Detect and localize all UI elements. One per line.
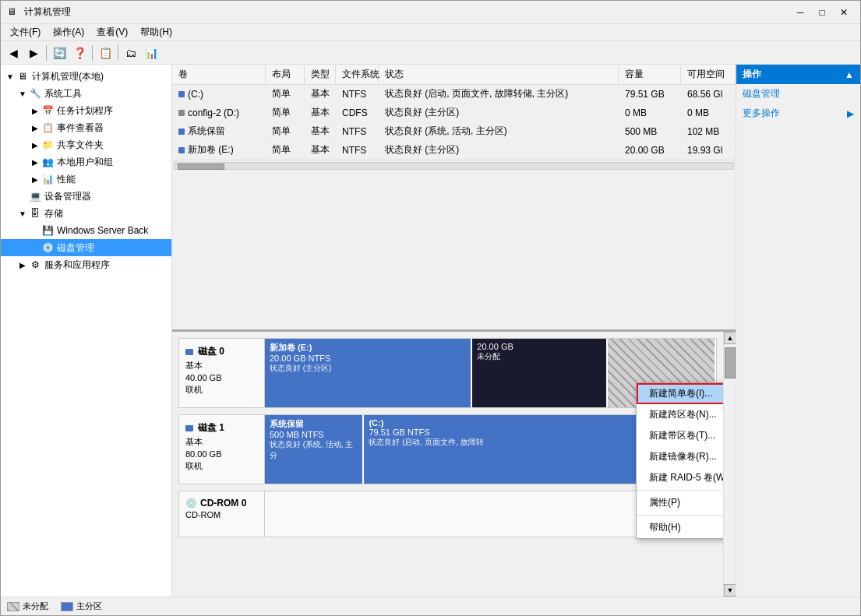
menu-help[interactable]: 帮助(H): [134, 24, 178, 40]
expand-local-users[interactable]: ▶: [29, 156, 41, 168]
legend-label-primary: 主分区: [76, 600, 102, 612]
sidebar-item-disk-management[interactable]: 💿 磁盘管理: [1, 239, 171, 256]
toolbar-refresh[interactable]: 🔄: [50, 44, 69, 62]
col-header-layout[interactable]: 布局: [266, 65, 305, 84]
sidebar-item-task-scheduler[interactable]: ▶ 📅 任务计划程序: [1, 102, 171, 119]
expand-services-apps[interactable]: ▶: [16, 259, 29, 271]
context-menu-item-new-simple[interactable]: 新建简单卷(I)...: [637, 383, 723, 404]
wsb-icon: 💾: [41, 224, 54, 237]
storage-icon: 🗄: [29, 207, 41, 220]
cell-avail-3: 102 MB: [681, 122, 736, 140]
table-row[interactable]: 新加卷 (E:) 简单 基本 NTFS 状态良好 (主分区) 20.00 GB …: [172, 141, 736, 160]
context-menu-sep-1: [637, 490, 723, 491]
cell-fs-1: NTFS: [336, 85, 379, 103]
sidebar-item-services-apps[interactable]: ▶ ⚙ 服务和应用程序: [1, 256, 171, 273]
sidebar-item-performance[interactable]: ▶ 📊 性能: [1, 171, 171, 188]
cell-vol-3: 系统保留: [172, 122, 266, 140]
expand-storage[interactable]: ▼: [16, 207, 29, 220]
legend-box-primary: [61, 602, 73, 611]
menu-file[interactable]: 文件(F): [4, 24, 47, 40]
expand-performance[interactable]: ▶: [29, 173, 41, 185]
shared-folders-icon: 📁: [41, 139, 54, 151]
scroll-track: [724, 344, 736, 584]
col-header-fs[interactable]: 文件系统: [336, 65, 379, 84]
disk-1-label: 磁盘 1 基本 80.00 GB 联机: [179, 415, 265, 484]
sidebar-item-local-users[interactable]: ▶ 👥 本地用户和组: [1, 153, 171, 171]
context-menu-item-properties[interactable]: 属性(P): [637, 492, 723, 513]
menu-view[interactable]: 查看(V): [90, 24, 134, 40]
scroll-down-button[interactable]: ▼: [724, 584, 736, 597]
actions-collapse-icon[interactable]: ▲: [845, 69, 854, 80]
expand-computer-management[interactable]: ▼: [4, 70, 16, 83]
cell-layout-1: 简单: [266, 85, 305, 103]
col-header-type[interactable]: 类型: [305, 65, 336, 84]
sidebar-label-performance: 性能: [57, 173, 76, 186]
sidebar-label-wsb: Windows Server Back: [57, 225, 148, 236]
toolbar-btn4[interactable]: 🗂: [122, 44, 140, 62]
cell-avail-2: 0 MB: [681, 104, 736, 121]
maximize-button[interactable]: □: [812, 5, 832, 20]
sidebar-item-computer-management[interactable]: ▼ 🖥 计算机管理(本地): [1, 68, 171, 85]
toolbar-back[interactable]: ◀: [4, 44, 23, 62]
toolbar-help2[interactable]: ❓: [70, 44, 89, 62]
toolbar: ◀ ▶ 🔄 ❓ 📋 🗂 📊: [1, 41, 860, 65]
sidebar-label-services-apps: 服务和应用程序: [44, 259, 110, 272]
event-viewer-icon: 📋: [41, 121, 54, 134]
disk-cdrom-name: 💿 CD-ROM 0: [185, 498, 258, 509]
table-row[interactable]: 系统保留 简单 基本 NTFS 状态良好 (系统, 活动, 主分区) 500 M…: [172, 122, 736, 141]
disk-0-part-unalloc1[interactable]: 20.00 GB 未分配: [472, 339, 608, 407]
window-title: 计算机管理: [24, 5, 71, 19]
toolbar-forward[interactable]: ▶: [24, 44, 43, 62]
sidebar-item-storage[interactable]: ▼ 🗄 存储: [1, 205, 171, 222]
sidebar-item-shared-folders[interactable]: ▶ 📁 共享文件夹: [1, 136, 171, 153]
actions-more-label: 更多操作: [743, 107, 780, 120]
col-header-status[interactable]: 状态: [379, 65, 619, 84]
table-row[interactable]: (C:) 简单 基本 NTFS 状态良好 (启动, 页面文件, 故障转储, 主分…: [172, 85, 736, 104]
cell-layout-2: 简单: [266, 104, 305, 121]
context-menu-item-help[interactable]: 帮助(H): [637, 517, 723, 538]
col-header-vol[interactable]: 卷: [172, 65, 266, 84]
minimize-button[interactable]: ─: [790, 5, 810, 20]
actions-disk-management-label: 磁盘管理: [743, 87, 780, 100]
expand-wsb[interactable]: [29, 224, 41, 237]
sidebar-item-windows-server-backup[interactable]: 💾 Windows Server Back: [1, 222, 171, 239]
menu-action[interactable]: 操作(A): [47, 24, 90, 40]
col-header-cap[interactable]: 容量: [619, 65, 681, 84]
actions-title-label: 操作: [743, 68, 761, 81]
sidebar-item-event-viewer[interactable]: ▶ 📋 事件查看器: [1, 119, 171, 136]
disk-1-part-sys[interactable]: 系统保留 500 MB NTFS 状态良好 (系统, 活动, 主分: [265, 415, 364, 484]
expand-system-tools[interactable]: ▼: [16, 87, 29, 100]
cell-vol-2: config-2 (D:): [172, 104, 266, 121]
table-row[interactable]: config-2 (D:) 简单 基本 CDFS 状态良好 (主分区) 0 MB…: [172, 104, 736, 122]
sidebar-item-device-manager[interactable]: 💻 设备管理器: [1, 188, 171, 205]
legend-unalloc: 未分配: [7, 600, 48, 612]
scroll-up-button[interactable]: ▲: [724, 332, 736, 344]
context-menu-item-new-mirror[interactable]: 新建镜像卷(R)...: [637, 446, 723, 467]
sidebar-item-system-tools[interactable]: ▼ 🔧 系统工具: [1, 85, 171, 102]
cell-type-1: 基本: [305, 85, 336, 103]
col-header-avail[interactable]: 可用空间: [681, 65, 736, 84]
expand-event-viewer[interactable]: ▶: [29, 121, 41, 134]
context-menu-item-new-striped[interactable]: 新建带区卷(T)...: [637, 425, 723, 446]
sidebar-label-storage: 存储: [44, 207, 63, 220]
context-menu-item-new-raid5[interactable]: 新建 RAID-5 卷(W)...: [637, 467, 723, 488]
expand-disk-management[interactable]: [29, 241, 41, 254]
expand-shared-folders[interactable]: ▶: [29, 139, 41, 151]
cell-vol-4: 新加卷 (E:): [172, 141, 266, 159]
expand-device-manager[interactable]: [16, 190, 29, 202]
context-menu-item-new-spanned[interactable]: 新建跨区卷(N)...: [637, 404, 723, 425]
cell-layout-4: 简单: [266, 141, 305, 159]
title-bar-left: 🖥 计算机管理: [7, 5, 71, 19]
disk-0-name: 磁盘 0: [185, 345, 258, 358]
disk-0-part-e[interactable]: 新加卷 (E:) 20.00 GB NTFS 状态良好 (主分区): [265, 339, 472, 407]
top-h-scrollbar[interactable]: [172, 160, 736, 171]
toolbar-btn3[interactable]: 📋: [96, 44, 115, 62]
actions-disk-management-item[interactable]: 磁盘管理: [736, 84, 860, 104]
toolbar-btn5[interactable]: 📊: [142, 44, 161, 62]
close-button[interactable]: ✕: [834, 5, 854, 20]
scroll-thumb: [725, 347, 736, 378]
disk-scrollbar: ▲ ▼: [723, 332, 736, 597]
actions-more-item[interactable]: 更多操作 ▶: [736, 104, 860, 123]
expand-task-scheduler[interactable]: ▶: [29, 104, 41, 117]
performance-icon: 📊: [41, 173, 54, 185]
